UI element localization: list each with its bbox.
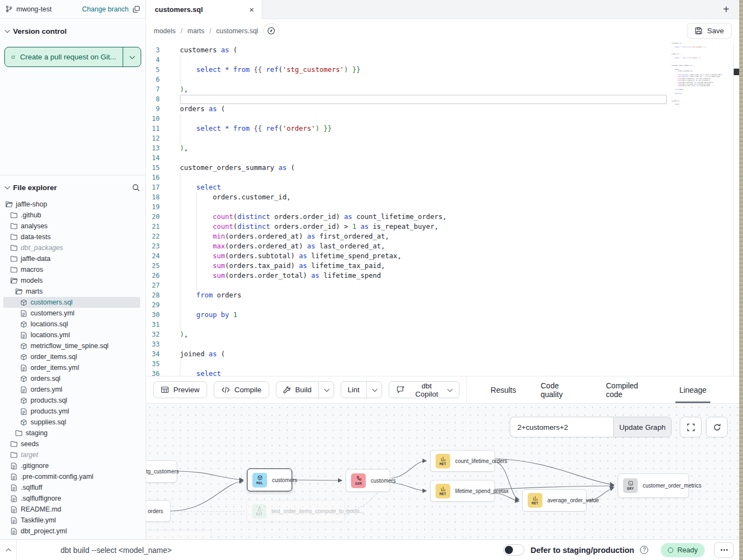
file-tree-item-seeds[interactable]: seeds [0,439,146,449]
file-tree-item--pre-commit-config-yaml[interactable]: .pre-commit-config.yaml [0,471,146,482]
code-line-11[interactable]: 11 select * from {{ ref('orders') }} [146,124,674,133]
dbt-command-input[interactable]: dbt build --select <model_name> [61,546,172,555]
code-lines[interactable]: 3customers as (45 select * from {{ ref('… [146,45,674,376]
dbt-copilot-button[interactable]: dbt Copilot [389,381,460,398]
code-line-22[interactable]: 22 min(orders.ordered_at) as first_order… [146,232,674,241]
file-tree-item-supplies-sql[interactable]: supplies.sql [0,417,146,428]
compile-button[interactable]: Compile [214,381,269,398]
collapse-panel-button[interactable] [0,547,16,553]
explore-lineage-button[interactable] [263,23,279,38]
lint-options-caret[interactable] [366,382,383,398]
change-branch-link[interactable]: Change branch [82,5,129,13]
lineage-node-partial-node[interactable] [146,530,212,539]
code-line-10[interactable]: 10 [146,114,674,124]
code-line-12[interactable]: 12 [146,133,674,143]
file-tree-item-metricflow-time-spine-sql[interactable]: metricflow_time_spine.sql [0,340,146,351]
code-line-35[interactable]: 35 [146,359,674,369]
preview-button[interactable]: Preview [153,381,207,398]
code-line-16[interactable]: 16 [146,173,674,182]
file-tree-item-customers-sql[interactable]: customers.sql [0,297,146,308]
code-line-31[interactable]: 31 [146,320,674,330]
file-tree-item-locations-sql[interactable]: locations.sql [0,319,146,330]
breadcrumb-marts[interactable]: marts [188,27,204,35]
editor-scrollbar[interactable] [733,42,739,376]
code-line-20[interactable]: 20 count(distinct orders.order_id) as co… [146,212,674,222]
lineage-node-customers-semantic[interactable]: SEMcustomers [346,469,390,492]
lineage-node-stg_customers[interactable]: stg_customers [146,460,177,483]
file-tree-item--gitignore[interactable]: .gitignore [0,460,146,471]
code-line-9[interactable]: 9orders as ( [146,104,674,114]
code-line-32[interactable]: 32), [146,330,674,339]
fullscreen-button[interactable] [680,417,702,437]
file-tree-item-order-items-yml[interactable]: order_items.yml [0,362,146,373]
new-tab-button[interactable]: + [713,0,739,19]
code-line-14[interactable]: 14 [146,153,674,163]
code-line-17[interactable]: 17 select [146,182,674,192]
code-line-26[interactable]: 26 sum(orders.order_total) as lifetime_s… [146,271,674,281]
create-pr-caret-button[interactable] [123,47,141,66]
code-line-6[interactable]: 6 [146,75,674,84]
code-line-3[interactable]: 3customers as ( [146,45,674,55]
create-pr-button[interactable]: Create a pull request on Git... [5,47,123,66]
file-tree-item-products-sql[interactable]: products.sql [0,395,146,406]
file-tree-item-analyses[interactable]: analyses [0,221,146,232]
file-tree-item-taskfile-yml[interactable]: Taskfile.yml [0,515,146,526]
panel-tab-lineage[interactable]: Lineage [679,376,706,403]
lineage-selector-input[interactable] [510,417,613,437]
tab-customers-sql[interactable]: customers.sql × [146,0,262,19]
code-line-15[interactable]: 15customer_orders_summary as ( [146,163,674,173]
file-tree-item-jaffle-data[interactable]: jaffle-data [0,253,146,264]
panel-tab-results[interactable]: Results [491,376,516,403]
save-button[interactable]: Save [687,23,732,39]
file-tree-item--sqlfluff[interactable]: .sqlfluff [0,482,146,493]
file-explorer-header[interactable]: File explorer [0,178,146,197]
copy-icon[interactable] [132,5,140,13]
code-line-23[interactable]: 23 max(orders.ordered_at) as last_ordere… [146,241,674,251]
file-tree-item-staging[interactable]: staging [0,428,146,439]
lineage-node-orders[interactable]: orders [146,500,171,522]
breadcrumb-models[interactable]: models [154,27,176,35]
code-editor[interactable]: 3customers as (45 select * from {{ ref('… [146,42,739,376]
lineage-node-average_order_value[interactable]: METaverage_order_value [522,489,587,512]
code-line-7[interactable]: 7), [146,84,674,94]
code-line-30[interactable]: 30 group by 1 [146,310,674,320]
file-tree-item-products-yml[interactable]: products.yml [0,406,146,417]
file-tree-item-orders-sql[interactable]: orders.sql [0,373,146,384]
code-line-8[interactable]: 8 [146,94,674,104]
file-tree-item-macros[interactable]: macros [0,264,146,275]
file-tree-item-customers-yml[interactable]: customers.yml [0,308,146,319]
code-line-21[interactable]: 21 count(distinct orders.order_id) > 1 a… [146,222,674,232]
defer-toggle[interactable] [503,544,524,556]
code-line-34[interactable]: 34joined as ( [146,349,674,359]
more-options-button[interactable] [714,542,734,558]
lineage-node-count_lifetime_orders[interactable]: METcount_lifetime_orders [430,450,495,472]
build-options-caret[interactable] [318,382,334,398]
lineage-node-customer_order_metrics[interactable]: QRYcustomer_order_metrics [618,473,689,498]
file-tree-item-locations-yml[interactable]: locations.yml [0,330,146,340]
code-line-13[interactable]: 13), [146,143,674,153]
file-tree-item-readme-md[interactable]: README.md [0,504,146,515]
code-line-27[interactable]: 27 [146,281,674,290]
panel-tab-code-quality[interactable]: Code quality [541,376,582,403]
code-line-33[interactable]: 33 [146,339,674,349]
scrollbar-thumb[interactable] [734,69,739,75]
file-tree-item-order-items-sql[interactable]: order_items.sql [0,351,146,362]
code-line-5[interactable]: 5 select * from {{ ref('stg_customers') … [146,65,674,75]
file-tree-item-marts[interactable]: marts [0,286,146,297]
file-tree-item--github[interactable]: .github [0,210,146,221]
minimap[interactable]: customers as ( select * from {{ ref('stg… [672,42,730,119]
lineage-node-customers-model[interactable]: MDLcustomers [247,468,292,491]
code-line-4[interactable]: 4 [146,55,674,65]
update-graph-button[interactable]: Update Graph [613,417,672,437]
code-line-19[interactable]: 19 [146,202,674,212]
help-icon[interactable]: ? [640,546,648,554]
code-line-25[interactable]: 25 sum(orders.tax_paid) as lifetime_tax_… [146,261,674,271]
version-control-header[interactable]: Version control [0,23,146,39]
lineage-node-lifetime_spend_pretax[interactable]: METlifetime_spend_pretax [430,480,495,502]
file-tree-item-jaffle-shop[interactable]: jaffle-shop [0,199,146,210]
file-tree-item-dbt-project-yml[interactable]: dbt_project.yml [0,526,146,537]
file-tree-item-target[interactable]: target [0,449,146,460]
code-line-29[interactable]: 29 [146,300,674,310]
code-line-18[interactable]: 18 orders.customer_id, [146,192,674,202]
lint-button[interactable]: Lint [341,382,366,398]
